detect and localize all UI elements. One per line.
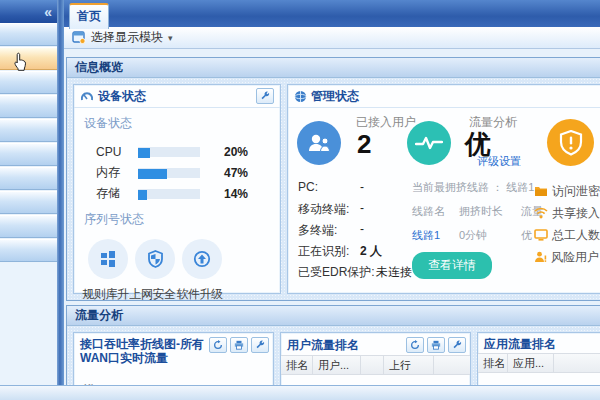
shared-access-link[interactable]: 共享接入 [534,202,600,224]
access-leak-link[interactable]: 访问泄密 [534,180,600,202]
module-selector-label: 选择显示模块 [91,29,163,46]
management-status-panel: 管理状态 已接入用户 2 [287,84,600,294]
print-icon [431,340,441,350]
chart-settings-button[interactable] [251,337,269,353]
sidebar-header: « [0,0,57,23]
monitor-icon [534,229,548,241]
refresh-icon [213,340,223,350]
web-security-icon[interactable] [135,239,175,279]
memory-label: 内存 [74,164,138,181]
congestion-block: 当前最拥挤线路 ： 线路1 线路名拥挤时长流量 线路10分钟优 查看详情 [412,180,542,279]
rank-settings-button[interactable] [448,337,466,353]
main-area: 首页 选择显示模块 ▾ 信息概览 设备状态 [64,0,600,400]
status-bar [0,385,600,400]
congestion-table-headers: 线路名拥挤时长流量 [412,204,542,219]
congestion-table-row: 线路10分钟优 [412,228,542,243]
app-column-header[interactable]: 应用... [508,354,554,372]
cpu-bar [138,147,200,157]
print-button[interactable] [230,337,248,353]
storage-metric-row: 存储 14% [74,183,280,204]
wrench-icon [452,340,462,350]
risk-users-link[interactable]: 风险用户 [534,246,600,268]
module-toolbar[interactable]: 选择显示模块 ▾ [64,27,600,49]
storage-label: 存储 [74,185,138,202]
sidebar-item[interactable] [0,71,57,94]
section-info-overview: 信息概览 设备状态 [66,57,600,301]
refresh-button[interactable] [406,337,424,353]
congestion-label: 当前最拥挤线路 ： [412,181,503,193]
sidebar-divider[interactable] [57,0,64,385]
print-icon [234,340,244,350]
rank-column-header[interactable]: 排名 [478,354,508,372]
cursor-pointer-icon [12,52,29,72]
multi-terminal-row: 多终端:- [298,222,337,243]
line1-link[interactable]: 线路1 [412,228,459,243]
mobile-row: 移动终端:- [298,201,349,222]
app-rank-header-row[interactable]: 排名 应用... [478,353,600,373]
collapse-sidebar-icon[interactable]: « [44,5,52,19]
rating-settings-link[interactable]: 评级设置 [477,154,521,169]
sidebar-item[interactable] [0,167,57,190]
rule-library-icon[interactable] [88,239,128,279]
cpu-metric-row: CPU 20% [74,141,280,162]
user-rank-title: 用户流量排名 [287,338,359,352]
user-column-header[interactable]: 用户... [313,356,361,374]
wrench-icon [255,340,265,350]
storage-value: 14% [200,187,248,201]
storage-bar [138,189,200,199]
quick-links: 访问泄密 共享接入 [534,180,600,268]
congestion-line-value: 线路1 [506,181,534,193]
user-rank-header-row[interactable]: 排名 用户... 上行 [281,355,470,375]
module-selector-icon [72,31,86,44]
connected-users-value: 2 [357,131,371,157]
software-upgrade-icon[interactable] [182,239,222,279]
device-status-sublabel: 设备状态 [84,115,280,132]
pulse-icon [407,121,451,165]
dashboard-content: 信息概览 设备状态 [64,49,600,400]
edr-protection-row: 已受EDR保护:未连接 [298,264,375,285]
tab-home[interactable]: 首页 [69,3,109,29]
section-info-overview-title: 信息概览 [67,58,600,78]
print-button[interactable] [427,337,445,353]
serial-status-sublabel: 序列号状态 [84,211,280,228]
edr-not-connected-link[interactable]: 未连接 [376,264,412,281]
pc-row: PC:- [298,180,318,201]
device-panel-title: 设备状态 [98,88,146,105]
sidebar-item[interactable] [0,143,57,166]
warning-shield-icon [547,119,594,166]
folder-icon [534,185,548,197]
tab-strip: 首页 [64,0,600,27]
identifying-row: 正在识别:2 人 [298,243,349,264]
sidebar-item[interactable] [0,215,57,238]
sidebar-empty-area [0,263,57,400]
sidebar-item[interactable] [0,95,57,118]
serial-item-label: 软件升级 [176,286,223,303]
users-icon [297,121,341,165]
chevron-down-icon: ▾ [168,33,173,43]
upstream-column-header[interactable]: 上行 [384,356,434,374]
memory-bar [138,168,200,178]
mgmt-panel-title: 管理状态 [311,88,359,105]
serial-item-label: 上网安全 [129,286,176,303]
globe-icon [294,90,307,103]
sidebar-item[interactable] [0,239,57,262]
wifi-icon [534,207,548,219]
refresh-button[interactable] [209,337,227,353]
app-rank-title: 应用流量排名 [484,337,556,351]
memory-metric-row: 内存 47% [74,162,280,183]
cpu-label: CPU [74,145,138,159]
sidebar-item[interactable] [0,23,57,46]
gauge-icon [80,90,94,103]
view-details-button[interactable]: 查看详情 [412,252,492,279]
staff-count-link[interactable]: 总工人数 [534,224,600,246]
sidebar-item[interactable] [0,119,57,142]
rank-column-header[interactable]: 排名 [281,356,313,374]
chart-title: 接口吞吐率折线图-所有WAN口实时流量 [80,337,206,366]
device-settings-button[interactable] [256,88,274,104]
wrench-icon [260,91,270,101]
memory-value: 47% [200,166,248,180]
sidebar-item[interactable] [0,191,57,214]
risk-user-icon [534,251,547,263]
device-status-panel: 设备状态 设备状态 CPU 20% [73,84,281,294]
serial-item-label: 规则库升 [82,286,129,303]
